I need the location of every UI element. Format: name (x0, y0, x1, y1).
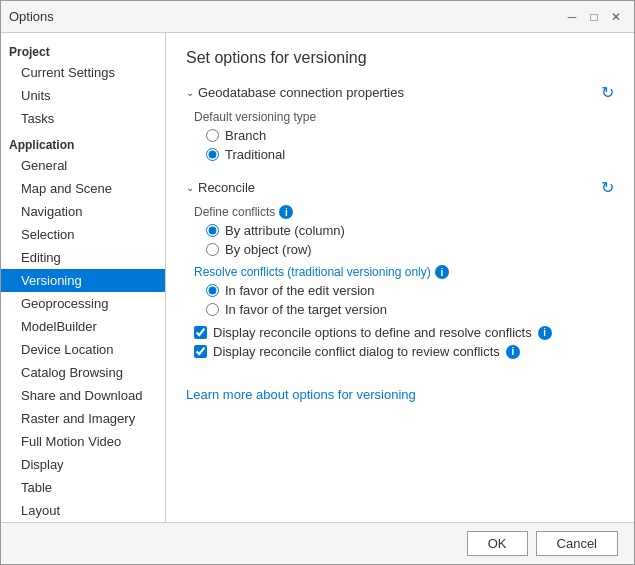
page-title: Set options for versioning (186, 49, 614, 67)
sidebar-item-display[interactable]: Display (1, 453, 165, 476)
define-conflicts-text: Define conflicts (194, 205, 275, 219)
resolve-conflicts-info-icon[interactable]: i (435, 265, 449, 279)
resolve-conflicts-label: Resolve conflicts (traditional versionin… (194, 265, 614, 279)
checkbox-display-reconcile-options-label: Display reconcile options to define and … (213, 325, 532, 340)
sidebar-item-navigation[interactable]: Navigation (1, 200, 165, 223)
display-reconcile-options-info-icon[interactable]: i (538, 326, 552, 340)
radio-target-version-input[interactable] (206, 303, 219, 316)
section-reconcile-header: ⌄ Reconcile ↻ (186, 178, 614, 197)
versioning-type-label: Default versioning type (194, 110, 614, 124)
sidebar-item-tasks[interactable]: Tasks (1, 107, 165, 130)
radio-edit-version-input[interactable] (206, 284, 219, 297)
footer: OK Cancel (1, 522, 634, 564)
radio-traditional[interactable]: Traditional (206, 147, 614, 162)
sidebar-section-project: Project (1, 41, 165, 61)
radio-by-attribute[interactable]: By attribute (column) (206, 223, 614, 238)
radio-target-version-label: In favor of the target version (225, 302, 387, 317)
checkbox-display-conflict-dialog[interactable]: Display reconcile conflict dialog to rev… (194, 344, 614, 359)
sidebar-item-modelbuilder[interactable]: ModelBuilder (1, 315, 165, 338)
sidebar-item-catalog-browsing[interactable]: Catalog Browsing (1, 361, 165, 384)
sidebar: Project Current Settings Units Tasks App… (1, 33, 166, 522)
radio-branch[interactable]: Branch (206, 128, 614, 143)
radio-by-attribute-input[interactable] (206, 224, 219, 237)
dialog-title: Options (9, 9, 54, 24)
radio-edit-version-label: In favor of the edit version (225, 283, 375, 298)
sidebar-item-share-and-download[interactable]: Share and Download (1, 384, 165, 407)
define-conflicts-info-icon[interactable]: i (279, 205, 293, 219)
section-geodatabase-title: ⌄ Geodatabase connection properties (186, 85, 404, 100)
title-bar: Options ─ □ ✕ (1, 1, 634, 33)
radio-by-object-label: By object (row) (225, 242, 312, 257)
checkbox-display-reconcile-options-input[interactable] (194, 326, 207, 339)
section-reconcile-title: ⌄ Reconcile (186, 180, 255, 195)
checkbox-display-conflict-dialog-label: Display reconcile conflict dialog to rev… (213, 344, 500, 359)
checkbox-display-reconcile-options[interactable]: Display reconcile options to define and … (194, 325, 614, 340)
learn-more-link[interactable]: Learn more about options for versioning (186, 387, 416, 402)
sidebar-item-raster-and-imagery[interactable]: Raster and Imagery (1, 407, 165, 430)
section-geodatabase: ⌄ Geodatabase connection properties ↻ De… (186, 83, 614, 162)
reconcile-chevron-icon: ⌄ (186, 182, 194, 193)
radio-by-object[interactable]: By object (row) (206, 242, 614, 257)
title-bar-left: Options (9, 9, 54, 24)
radio-by-object-input[interactable] (206, 243, 219, 256)
minimize-button[interactable]: ─ (562, 7, 582, 27)
dialog-body: Project Current Settings Units Tasks App… (1, 33, 634, 522)
radio-branch-label: Branch (225, 128, 266, 143)
define-conflicts-radio-group: By attribute (column) By object (row) (206, 223, 614, 257)
resolve-conflicts-text: Resolve conflicts (traditional versionin… (194, 265, 431, 279)
section-reconcile: ⌄ Reconcile ↻ Define conflicts i By at (186, 178, 614, 359)
cancel-button[interactable]: Cancel (536, 531, 618, 556)
radio-edit-version[interactable]: In favor of the edit version (206, 283, 614, 298)
maximize-button[interactable]: □ (584, 7, 604, 27)
options-dialog: Options ─ □ ✕ Project Current Settings U… (0, 0, 635, 565)
sidebar-item-layout[interactable]: Layout (1, 499, 165, 522)
section-reconcile-body: Define conflicts i By attribute (column)… (186, 205, 614, 359)
reset-geodatabase-icon[interactable]: ↻ (601, 83, 614, 102)
sidebar-item-full-motion-video[interactable]: Full Motion Video (1, 430, 165, 453)
sidebar-item-device-location[interactable]: Device Location (1, 338, 165, 361)
checkbox-display-conflict-dialog-input[interactable] (194, 345, 207, 358)
chevron-icon: ⌄ (186, 87, 194, 98)
learn-more-container: Learn more about options for versioning (186, 375, 614, 402)
display-conflict-dialog-info-icon[interactable]: i (506, 345, 520, 359)
radio-by-attribute-label: By attribute (column) (225, 223, 345, 238)
sidebar-item-selection[interactable]: Selection (1, 223, 165, 246)
sidebar-item-map-and-scene[interactable]: Map and Scene (1, 177, 165, 200)
section-geodatabase-header: ⌄ Geodatabase connection properties ↻ (186, 83, 614, 102)
define-conflicts-label: Define conflicts i (194, 205, 614, 219)
sidebar-item-versioning[interactable]: Versioning (1, 269, 165, 292)
title-bar-controls: ─ □ ✕ (562, 7, 626, 27)
sidebar-section-application: Application (1, 134, 165, 154)
radio-traditional-label: Traditional (225, 147, 285, 162)
section-geodatabase-body: Default versioning type Branch Tradition… (186, 110, 614, 162)
sidebar-item-current-settings[interactable]: Current Settings (1, 61, 165, 84)
sidebar-item-editing[interactable]: Editing (1, 246, 165, 269)
radio-target-version[interactable]: In favor of the target version (206, 302, 614, 317)
sidebar-item-units[interactable]: Units (1, 84, 165, 107)
sidebar-item-general[interactable]: General (1, 154, 165, 177)
versioning-type-radio-group: Branch Traditional (206, 128, 614, 162)
radio-traditional-input[interactable] (206, 148, 219, 161)
ok-button[interactable]: OK (467, 531, 528, 556)
reset-reconcile-icon[interactable]: ↻ (601, 178, 614, 197)
resolve-conflicts-radio-group: In favor of the edit version In favor of… (206, 283, 614, 317)
sidebar-item-geoprocessing[interactable]: Geoprocessing (1, 292, 165, 315)
radio-branch-input[interactable] (206, 129, 219, 142)
main-content: Set options for versioning ⌄ Geodatabase… (166, 33, 634, 522)
close-button[interactable]: ✕ (606, 7, 626, 27)
sidebar-item-table[interactable]: Table (1, 476, 165, 499)
